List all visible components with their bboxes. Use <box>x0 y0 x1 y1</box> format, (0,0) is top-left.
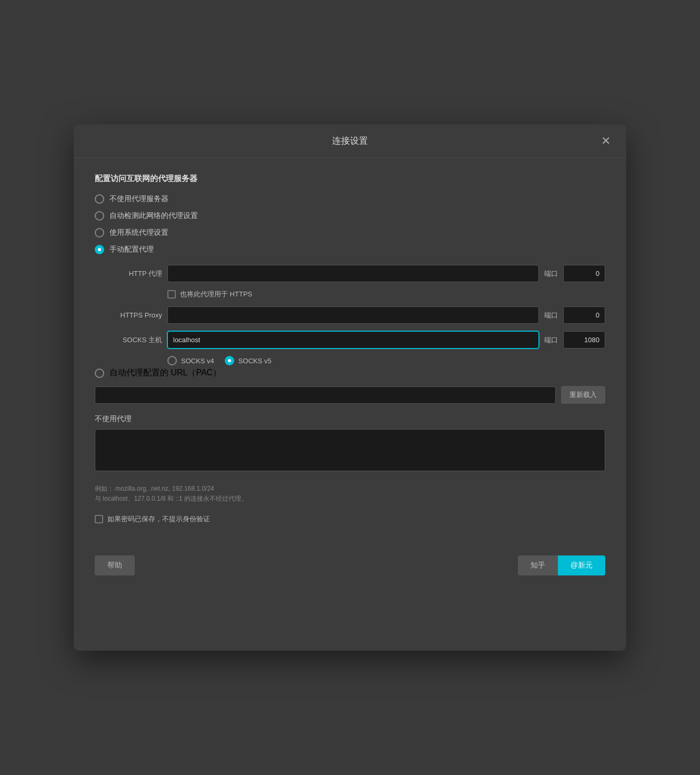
connection-settings-dialog: 连接设置 ✕ 配置访问互联网的代理服务器 不使用代理服务器 自动检测此网络的代理… <box>74 124 626 651</box>
no-proxy-section: 不使用代理 <box>95 414 605 473</box>
http-proxy-input[interactable] <box>167 265 539 282</box>
http-proxy-row: HTTP 代理 端口 <box>109 265 605 282</box>
close-button[interactable]: ✕ <box>598 133 614 149</box>
http-port-input[interactable] <box>563 265 605 282</box>
https-proxy-label: HTTPS Proxy <box>109 311 162 319</box>
auth-checkbox-row[interactable]: 如果密码已保存，不提示身份验证 <box>95 514 605 524</box>
cancel-button[interactable]: 知乎 <box>518 555 558 575</box>
radio-system-proxy[interactable]: 使用系统代理设置 <box>95 228 605 237</box>
radio-system-proxy-label: 使用系统代理设置 <box>109 228 168 237</box>
footer-right-buttons: 知乎 @新元 <box>518 555 605 575</box>
socks-port-input[interactable] <box>563 331 605 349</box>
auth-checkbox[interactable] <box>95 515 103 523</box>
radio-auto-detect-label: 自动检测此网络的代理设置 <box>109 211 198 221</box>
socks-host-label: SOCKS 主机 <box>109 335 162 345</box>
http-port-label: 端口 <box>544 269 558 279</box>
no-proxy-title: 不使用代理 <box>95 414 605 424</box>
radio-auto-detect[interactable]: 自动检测此网络的代理设置 <box>95 211 605 221</box>
dialog-footer: 帮助 知乎 @新元 <box>74 555 626 575</box>
dialog-title: 连接设置 <box>332 135 368 147</box>
use-for-https-checkbox[interactable] <box>167 290 176 299</box>
pac-radio-circle <box>95 369 104 378</box>
socks5-label: SOCKS v5 <box>238 357 272 365</box>
pac-radio-row[interactable]: 自动代理配置的 URL（PAC） <box>95 367 605 379</box>
no-proxy-textarea[interactable] <box>95 429 605 471</box>
hint-line1: 例如：.mozilla.org, .net.nz, 192.168.1.0/24 <box>95 484 605 494</box>
radio-no-proxy-circle <box>95 194 104 204</box>
radio-manual-proxy[interactable]: 手动配置代理 <box>95 245 605 254</box>
radio-no-proxy[interactable]: 不使用代理服务器 <box>95 194 605 204</box>
dialog-header: 连接设置 ✕ <box>74 124 626 158</box>
help-button[interactable]: 帮助 <box>95 555 135 575</box>
socks4-radio-circle <box>167 356 177 365</box>
reload-button[interactable]: 重新载入 <box>561 386 605 404</box>
hint-text: 例如：.mozilla.org, .net.nz, 192.168.1.0/24… <box>95 484 605 504</box>
section-title: 配置访问互联网的代理服务器 <box>95 174 605 184</box>
socks4-label: SOCKS v4 <box>181 357 214 365</box>
pac-section: 自动代理配置的 URL（PAC） 重新载入 <box>95 367 605 404</box>
auth-checkbox-label: 如果密码已保存，不提示身份验证 <box>107 514 210 524</box>
radio-system-proxy-circle <box>95 228 104 237</box>
pac-label: 自动代理配置的 URL（PAC） <box>109 367 221 379</box>
socks-port-label: 端口 <box>544 335 558 345</box>
socks4-option[interactable]: SOCKS v4 <box>167 356 214 365</box>
use-for-https-row[interactable]: 也将此代理用于 HTTPS <box>167 290 605 299</box>
socks-host-row: SOCKS 主机 端口 <box>109 331 605 349</box>
socks5-option[interactable]: SOCKS v5 <box>225 356 272 365</box>
pac-input-row: 重新载入 <box>95 386 605 404</box>
radio-manual-proxy-circle <box>95 245 104 254</box>
radio-auto-detect-circle <box>95 211 104 221</box>
pac-url-input[interactable] <box>95 386 556 404</box>
dialog-content: 配置访问互联网的代理服务器 不使用代理服务器 自动检测此网络的代理设置 使用系统… <box>74 158 626 550</box>
socks-version-row: SOCKS v4 SOCKS v5 <box>167 356 605 365</box>
radio-no-proxy-label: 不使用代理服务器 <box>109 194 168 204</box>
manual-proxy-section: HTTP 代理 端口 也将此代理用于 HTTPS HTTPS Proxy 端口 … <box>109 265 605 365</box>
socks5-radio-circle <box>225 356 234 365</box>
use-for-https-label: 也将此代理用于 HTTPS <box>180 290 252 299</box>
https-proxy-row: HTTPS Proxy 端口 <box>109 306 605 324</box>
proxy-options-group: 不使用代理服务器 自动检测此网络的代理设置 使用系统代理设置 手动配置代理 <box>95 194 605 254</box>
radio-manual-proxy-label: 手动配置代理 <box>109 245 154 254</box>
https-port-input[interactable] <box>563 306 605 324</box>
http-proxy-label: HTTP 代理 <box>109 269 162 279</box>
socks-host-input[interactable] <box>167 331 539 349</box>
https-proxy-input[interactable] <box>167 306 539 324</box>
hint-line2: 与 localhost、127.0.0.1/8 和 ::1 的连接永不经过代理。 <box>95 494 605 504</box>
https-port-label: 端口 <box>544 311 558 320</box>
ok-button[interactable]: @新元 <box>558 555 605 575</box>
